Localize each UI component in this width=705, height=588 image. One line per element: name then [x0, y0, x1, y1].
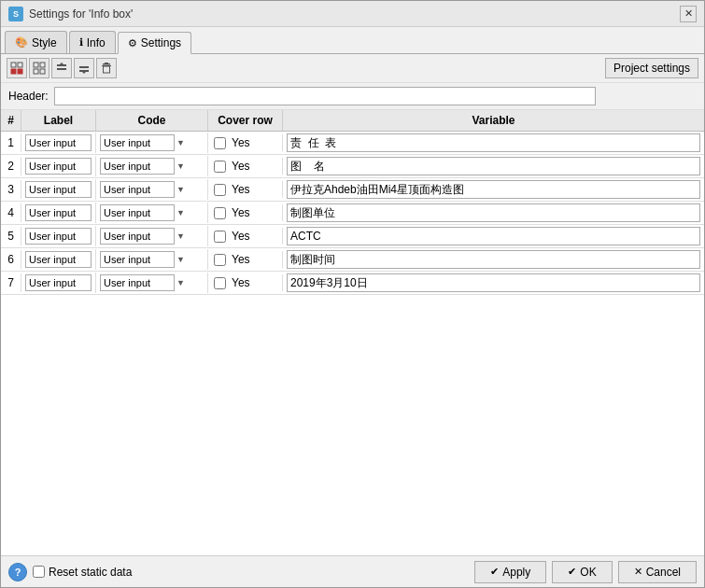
table-row: 7 ▼ Yes	[1, 272, 704, 295]
cancel-button[interactable]: ✕ Cancel	[618, 561, 697, 583]
row-cover-checkbox-2[interactable]	[214, 161, 226, 173]
tab-settings[interactable]: ⚙ Settings	[118, 32, 191, 54]
footer: ? Reset static data ✔ Apply ✔ OK ✕ Cance…	[1, 555, 704, 587]
tab-bar: 🎨 Style ℹ Info ⚙ Settings	[1, 27, 704, 54]
row-variable-input-1[interactable]	[287, 133, 700, 152]
tab-style[interactable]: 🎨 Style	[5, 31, 67, 53]
table-row: 4 ▼ Yes	[1, 202, 704, 225]
row-cover-checkbox-4[interactable]	[214, 207, 226, 219]
tab-style-label: Style	[32, 36, 57, 49]
toolbar-btn-4[interactable]	[74, 58, 94, 78]
row-coverrow-cell-7: Yes	[208, 274, 283, 291]
row-code-cell-3: ▼	[96, 179, 208, 200]
title-bar: S Settings for 'Info box' ✕	[1, 1, 704, 27]
code-dropdown-2[interactable]: ▼	[176, 161, 185, 171]
row-index-4: 4	[1, 203, 21, 222]
row-variable-cell-5	[283, 225, 704, 247]
row-variable-input-3[interactable]	[287, 180, 700, 199]
row-code-input-4[interactable]	[100, 204, 175, 221]
header-input[interactable]	[54, 87, 596, 105]
svg-rect-4	[34, 63, 38, 67]
svg-rect-11	[79, 66, 89, 68]
close-button[interactable]: ✕	[680, 6, 697, 22]
row-label-input-7[interactable]	[25, 274, 92, 291]
code-dropdown-3[interactable]: ▼	[176, 185, 185, 194]
row-code-cell-4: ▼	[96, 203, 208, 223]
row-code-input-6[interactable]	[100, 251, 175, 268]
apply-label: Apply	[502, 566, 530, 579]
code-dropdown-5[interactable]: ▼	[176, 231, 185, 241]
footer-actions: ✔ Apply ✔ OK ✕ Cancel	[474, 561, 697, 583]
code-dropdown-4[interactable]: ▼	[176, 208, 185, 217]
row-label-input-2[interactable]	[25, 158, 92, 175]
ok-icon: ✔	[568, 566, 576, 578]
row-cover-checkbox-3[interactable]	[214, 184, 226, 196]
svg-rect-7	[40, 69, 45, 74]
cancel-icon: ✕	[634, 566, 642, 578]
apply-icon: ✔	[490, 566, 499, 578]
row-label-cell-1	[21, 133, 96, 153]
row-label-input-5[interactable]	[25, 228, 92, 245]
main-window: S Settings for 'Info box' ✕ 🎨 Style ℹ In…	[0, 0, 705, 588]
tab-info[interactable]: ℹ Info	[69, 31, 116, 53]
row-variable-input-5[interactable]	[287, 227, 700, 245]
row-index-5: 5	[1, 227, 21, 245]
row-label-input-3[interactable]	[25, 181, 92, 198]
table-body: 1 ▼ Yes 2 ▼ Yes 3	[1, 132, 704, 295]
row-code-input-7[interactable]	[100, 274, 175, 291]
row-variable-input-6[interactable]	[287, 250, 700, 269]
svg-rect-17	[104, 66, 110, 73]
row-coverrow-cell-4: Yes	[208, 204, 283, 221]
table-header: # Label Code Cover row Variable	[1, 110, 704, 132]
toolbar-btn-3[interactable]	[51, 58, 72, 78]
code-dropdown-1[interactable]: ▼	[176, 138, 185, 147]
reset-checkbox[interactable]	[33, 566, 45, 578]
apply-button[interactable]: ✔ Apply	[474, 561, 546, 583]
window-title: Settings for 'Info box'	[29, 7, 133, 21]
toolbar-btn-1[interactable]	[7, 58, 27, 78]
row-code-input-2[interactable]	[100, 158, 175, 175]
row-yes-label-6: Yes	[232, 253, 250, 266]
row-code-cell-1: ▼	[96, 133, 208, 153]
row-label-cell-4	[21, 203, 96, 223]
row-variable-input-7[interactable]	[287, 273, 700, 292]
row-yes-label-5: Yes	[232, 230, 250, 243]
toolbar: Project settings	[1, 54, 704, 83]
table-row: 3 ▼ Yes	[1, 178, 704, 202]
row-yes-label-1: Yes	[232, 136, 250, 149]
row-index-7: 7	[1, 273, 21, 292]
row-code-input-5[interactable]	[100, 228, 175, 245]
row-cover-checkbox-5[interactable]	[214, 231, 226, 243]
footer-left: ? Reset static data	[8, 563, 132, 581]
help-button[interactable]: ?	[8, 563, 27, 581]
row-code-input-1[interactable]	[100, 134, 175, 151]
col-header-coverrow: Cover row	[208, 110, 283, 131]
code-dropdown-7[interactable]: ▼	[176, 278, 185, 287]
table-row: 5 ▼ Yes	[1, 225, 704, 248]
row-label-input-4[interactable]	[25, 204, 92, 221]
row-index-6: 6	[1, 250, 21, 269]
info-icon: ℹ	[79, 36, 83, 49]
project-settings-button[interactable]: Project settings	[605, 58, 698, 78]
col-header-label: Label	[21, 110, 96, 131]
ok-button[interactable]: ✔ OK	[552, 561, 612, 583]
row-index-3: 3	[1, 180, 21, 199]
row-variable-input-4[interactable]	[287, 203, 700, 222]
toolbar-btn-5[interactable]	[96, 58, 117, 78]
toolbar-buttons	[7, 58, 117, 78]
row-cover-checkbox-7[interactable]	[214, 277, 226, 289]
row-label-input-1[interactable]	[25, 134, 92, 151]
tab-info-label: Info	[87, 36, 106, 49]
row-coverrow-cell-5: Yes	[208, 228, 283, 245]
settings-icon: ⚙	[128, 37, 137, 49]
row-cover-checkbox-6[interactable]	[214, 254, 226, 266]
row-coverrow-cell-3: Yes	[208, 181, 283, 198]
toolbar-btn-2[interactable]	[29, 58, 49, 78]
row-variable-input-2[interactable]	[287, 157, 700, 175]
row-cover-checkbox-1[interactable]	[214, 137, 226, 149]
code-dropdown-6[interactable]: ▼	[176, 255, 185, 264]
table-row: 1 ▼ Yes	[1, 132, 704, 155]
row-label-input-6[interactable]	[25, 251, 92, 268]
row-variable-cell-4	[283, 202, 704, 224]
row-code-input-3[interactable]	[100, 181, 175, 198]
